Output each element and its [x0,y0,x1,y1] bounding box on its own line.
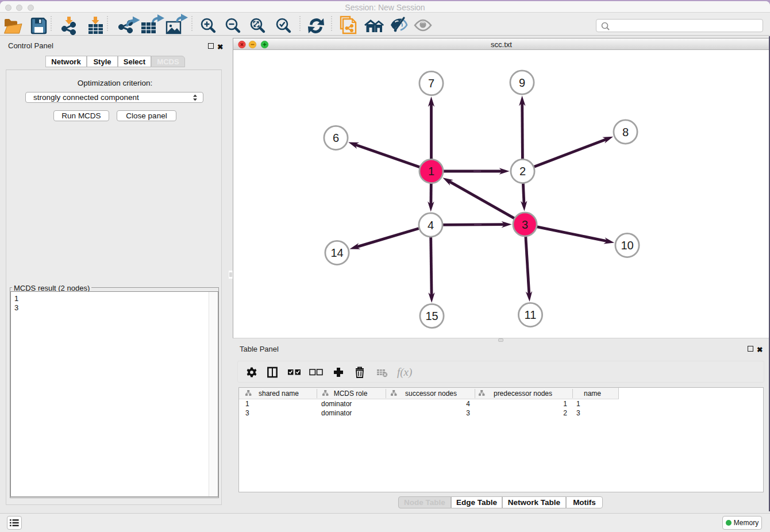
svg-text:11: 11 [525,309,537,321]
svg-text:14: 14 [330,246,343,259]
svg-text:15: 15 [425,310,438,322]
svg-text:10: 10 [621,239,633,252]
svg-text:7: 7 [428,77,434,90]
svg-text:4: 4 [428,219,434,232]
svg-text:8: 8 [622,126,629,138]
svg-text:2: 2 [519,165,526,178]
svg-text:f(x): f(x) [397,366,412,379]
svg-text:3: 3 [522,218,528,231]
svg-text:9: 9 [519,76,525,89]
svg-text:6: 6 [333,132,339,144]
svg-text:1: 1 [428,165,434,178]
